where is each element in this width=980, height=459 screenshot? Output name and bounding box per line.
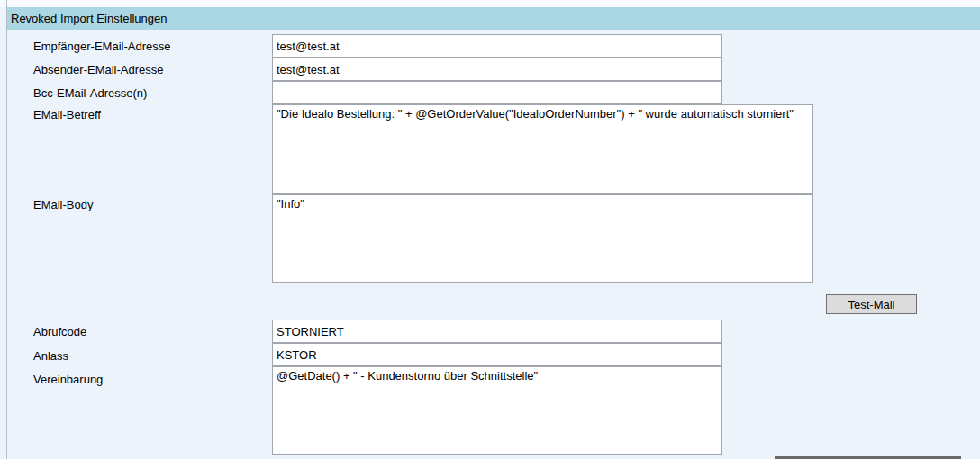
field-label-email-body: EMail-Body <box>33 198 93 212</box>
top-strip <box>0 0 980 7</box>
empfaenger-email-input[interactable] <box>272 34 722 58</box>
field-label-abrufcode: Abrufcode <box>33 325 86 338</box>
field-label-anlass: Anlass <box>33 349 68 363</box>
section-header: Revoked Import Einstellungen <box>7 7 980 30</box>
field-label-vereinbarung: Vereinbarung <box>33 373 103 386</box>
email-body-textarea[interactable]: "Info" <box>272 194 813 283</box>
section-title: Revoked Import Einstellungen <box>11 12 167 25</box>
email-betreff-textarea[interactable]: "Die Idealo Bestellung: " + @GetOrderVal… <box>272 104 813 194</box>
abrufcode-input[interactable] <box>272 320 722 343</box>
vereinbarung-textarea[interactable]: @GetDate() + " - Kundenstorno über Schni… <box>272 366 722 454</box>
test-mail-button[interactable]: Test-Mail <box>826 294 917 314</box>
field-label-absender-email: Absender-EMail-Adresse <box>33 63 164 76</box>
field-label-bcc-email: Bcc-EMail-Adresse(n) <box>33 86 147 100</box>
bcc-email-input[interactable] <box>272 81 722 104</box>
field-label-empfaenger-email: Empfänger-EMail-Adresse <box>33 40 170 53</box>
field-label-email-betreff: EMail-Betreff <box>33 108 101 122</box>
panel-left-border <box>6 0 7 459</box>
anlass-input[interactable] <box>272 343 722 366</box>
absender-email-input[interactable] <box>272 58 722 81</box>
